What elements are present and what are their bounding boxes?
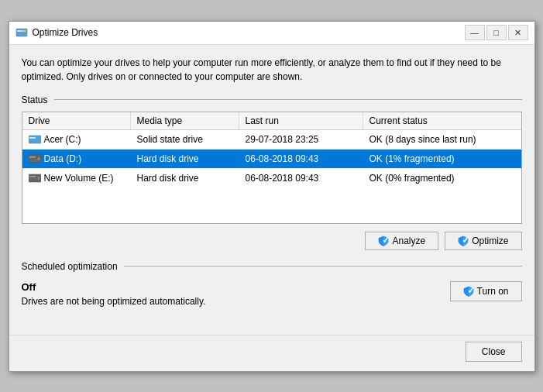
turn-on-shield-icon: ✓	[463, 286, 474, 297]
drive-name-cell: Acer (C:)	[22, 130, 131, 149]
dialog-footer: Close	[9, 335, 534, 371]
optimize-drives-window: Optimize Drives — □ ✕ You can optimize y…	[9, 21, 535, 372]
svg-point-7	[37, 157, 40, 160]
drives-table: Drive Media type Last run Current status…	[22, 112, 522, 224]
svg-text:✓: ✓	[462, 236, 469, 246]
svg-rect-4	[29, 137, 36, 139]
table-body: Acer (C:) Solid state drive 29-07-2018 2…	[22, 130, 521, 223]
action-buttons: ✓ Analyze ✓ Optimize	[22, 232, 522, 250]
optimize-shield-icon: ✓	[458, 236, 469, 246]
window-icon	[15, 26, 28, 39]
svg-rect-1	[17, 30, 23, 32]
optimize-button[interactable]: ✓ Optimize	[445, 232, 521, 250]
turn-on-button[interactable]: ✓ Turn on	[450, 281, 522, 301]
table-row[interactable]: Data (D:) Hard disk drive 06-08-2018 09:…	[22, 150, 521, 169]
drive-media-type-cell: Hard disk drive	[131, 169, 239, 187]
scheduled-label: Scheduled optimization	[22, 261, 118, 272]
scheduled-content: Off Drives are not being optimized autom…	[22, 278, 522, 310]
table-row[interactable]: New Volume (E:) Hard disk drive 06-08-20…	[22, 169, 521, 187]
drive-name-cell: Data (D:)	[22, 150, 131, 168]
svg-rect-9	[29, 176, 36, 177]
main-content: You can optimize your drives to help you…	[9, 45, 534, 332]
ssd-drive-icon	[29, 133, 41, 146]
scheduled-header: Scheduled optimization	[22, 261, 522, 272]
drive-status-cell: OK (8 days since last run)	[363, 130, 521, 149]
header-last-run: Last run	[239, 112, 363, 129]
svg-rect-0	[16, 29, 27, 36]
drive-last-run-cell: 29-07-2018 23:25	[239, 130, 363, 149]
scheduled-section: Scheduled optimization Off Drives are no…	[22, 261, 522, 310]
hdd-drive-icon	[29, 172, 41, 184]
drive-media-type-cell: Hard disk drive	[131, 150, 239, 168]
drive-last-run-cell: 06-08-2018 09:43	[239, 169, 363, 187]
scheduled-info: Off Drives are not being optimized autom…	[22, 281, 450, 307]
header-drive: Drive	[22, 112, 131, 129]
header-current-status: Current status	[363, 112, 521, 129]
table-header-row: Drive Media type Last run Current status	[22, 112, 521, 130]
window-close-button[interactable]: ✕	[508, 25, 528, 40]
drive-status-cell: OK (0% fragmented)	[363, 169, 521, 187]
scheduled-description: Drives are not being optimized automatic…	[22, 296, 450, 307]
status-divider	[54, 99, 522, 100]
svg-rect-6	[29, 156, 36, 158]
svg-rect-3	[29, 136, 41, 143]
hdd-drive-icon	[29, 153, 41, 165]
drive-last-run-cell: 06-08-2018 09:43	[239, 150, 363, 168]
close-dialog-button[interactable]: Close	[466, 342, 522, 362]
svg-point-10	[37, 177, 40, 180]
drive-name-cell: New Volume (E:)	[22, 169, 131, 187]
title-bar-left: Optimize Drives	[15, 26, 98, 39]
window-title: Optimize Drives	[33, 27, 98, 38]
status-label: Status	[22, 95, 48, 105]
svg-text:✓: ✓	[467, 286, 474, 296]
drive-status-cell: OK (1% fragmented)	[363, 150, 521, 168]
drive-media-type-cell: Solid state drive	[131, 130, 239, 149]
status-section-header: Status	[22, 95, 522, 105]
maximize-button[interactable]: □	[486, 25, 507, 40]
minimize-button[interactable]: —	[465, 25, 485, 40]
svg-text:✓: ✓	[382, 236, 389, 246]
svg-point-2	[23, 30, 26, 33]
scheduled-divider	[124, 266, 522, 266]
analyze-button[interactable]: ✓ Analyze	[365, 232, 438, 250]
description-text: You can optimize your drives to help you…	[22, 56, 522, 84]
title-bar: Optimize Drives — □ ✕	[9, 22, 534, 45]
header-media-type: Media type	[131, 112, 239, 129]
analyze-shield-icon: ✓	[378, 236, 389, 246]
table-row[interactable]: Acer (C:) Solid state drive 29-07-2018 2…	[22, 130, 521, 150]
title-controls: — □ ✕	[465, 25, 528, 40]
scheduled-status: Off	[22, 281, 450, 293]
